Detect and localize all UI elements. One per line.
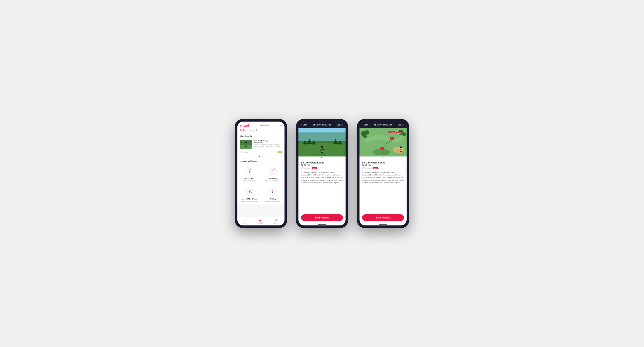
clock-icon-2: 🕐 [301,167,303,169]
skill-desc-ott: Power accuracy [244,180,255,182]
svg-point-55 [318,154,326,156]
phone-3-screen: < Back 6ft Conversion Zone Cancel [360,122,406,225]
svg-point-40 [274,191,274,191]
skill-desc-putting: Make and lag practice [265,201,280,202]
featured-drill-card[interactable]: Find The Fairway Off The Tee ☆ Create an… [238,138,284,155]
svg-point-62 [402,133,406,136]
svg-point-60 [363,135,367,138]
svg-point-29 [250,190,251,191]
tab-favourites[interactable]: Favourites [249,129,259,133]
image-dots [298,156,346,159]
activities-icon: ♣ [259,218,261,222]
home-icon: ⌂ [244,218,246,222]
favourite-icon[interactable]: ☆ [280,140,282,144]
img-dot-2 [322,157,323,158]
back-button[interactable]: < Back [301,124,307,126]
svg-point-22 [274,168,275,169]
skill-card-approach[interactable]: Approach Dial-in to hit the green [261,163,285,184]
nav-activities-label: Activities [257,222,263,224]
phone-2: < Back 6ft Conversion Zone Cancel [296,119,348,228]
drill-description-2: 20 shots are randomly generated at dista… [301,171,343,184]
nav-home-label: Home [243,222,247,224]
nav-capture-label: Capture [274,222,279,224]
drill-range: 10-50 yds [301,164,324,166]
phone-1-screen: clippd Practice ≡ Drills Favourites Most… [238,122,284,225]
img-dot-3-2 [384,157,384,158]
off-the-tee-icon [244,165,255,176]
svg-point-2 [245,142,246,143]
clock-icon: 🕐 [240,151,242,153]
cancel-button[interactable]: Cancel [337,124,343,126]
svg-point-59 [365,130,369,135]
tab-drills[interactable]: Drills [240,129,246,133]
skill-name-ott: Off The Tee [244,177,254,179]
detail-title: 6ft Conversion Zone [313,124,331,126]
svg-text:Miss: Miss [390,138,393,140]
app-logo: clippd [240,124,249,127]
svg-point-68 [400,146,402,148]
back-button-3[interactable]: < Back [362,124,368,126]
cancel-button-3[interactable]: Cancel [398,124,404,126]
detail-title-3: 6ft Conversion Zone [374,124,392,126]
svg-text:SAND: SAND [397,150,400,151]
phone-1-header: clippd Practice ≡ Drills Favourites [238,122,284,133]
nav-activities[interactable]: ♣ Activities [257,218,263,224]
svg-text:ROUGH: ROUGH [397,133,401,134]
nav-title: Practice [260,124,269,127]
svg-point-23 [270,173,271,174]
explore-label: Explore skill areas [238,158,284,163]
shots-count-3: 🕐 20 shots [362,167,372,169]
drill-main-title-3: 6ft Conversion Zone [362,161,385,164]
phone-1: clippd Practice ≡ Drills Favourites Most… [235,119,287,228]
nav-capture[interactable]: ⊕ Capture [274,218,279,224]
favourite-star-icon-3[interactable]: ☆ [402,161,404,164]
drill-description: Create an imaginary fairway using trees … [254,144,282,148]
detail-header-3: < Back 6ft Conversion Zone Cancel [360,122,406,128]
shots-info: 🕐 10 shots [240,151,248,153]
clock-icon-3: 🕐 [362,167,364,169]
drill-map: Hit Miss SAND FAIRWAY ROUGH [360,128,406,156]
img-dot-1 [321,157,322,158]
tab-bar: Drills Favourites [240,129,282,133]
drill-main-title: 6ft Conversion Zone [301,161,324,164]
nav-home[interactable]: ⌂ Home [243,218,247,224]
svg-point-38 [272,190,273,191]
svg-point-30 [248,190,248,191]
drill-range-3: 10-50 yds [362,164,385,166]
skill-card-off-the-tee[interactable]: Off The Tee Power accuracy [238,163,261,184]
shots-count: 🕐 20 shots [301,167,310,169]
dot-3 [262,156,263,157]
ott-badge: OTT [278,151,282,153]
skill-desc-approach: Dial-in to hit the green [265,180,280,182]
home-indicator-3 [379,224,388,225]
menu-icon[interactable]: ≡ [280,124,282,127]
svg-point-49 [321,146,323,148]
svg-text:Hit: Hit [382,148,383,150]
svg-point-39 [272,191,272,191]
favourite-star-icon[interactable]: ☆ [341,161,343,164]
img-dot-3-1 [382,157,383,158]
detail-header-2: < Back 6ft Conversion Zone Cancel [298,122,346,128]
drill-shots-row-3: 🕐 20 shots ARG [362,167,404,169]
dot-2 [260,156,262,157]
drill-photo [298,128,346,156]
home-indicator [318,224,326,225]
drill-shots-row: 🕐 20 shots ARG [301,167,343,169]
svg-line-28 [248,190,249,192]
drill-description-3: 20 shots are randomly generated at dista… [362,171,404,184]
phone-3: < Back 6ft Conversion Zone Cancel [357,119,409,228]
skill-name-atg: Around The Green [242,198,257,200]
carousel-dots [238,155,284,158]
svg-point-24 [245,188,253,196]
skill-card-atg[interactable]: Around The Green Hone your short game [238,184,261,204]
detail-content-2: 6ft Conversion Zone 10-50 yds ☆ 🕐 20 sho… [298,159,346,213]
start-practice-button[interactable]: Start Practice [301,214,343,221]
arg-badge-3: ARG [373,167,378,169]
svg-point-15 [249,173,250,173]
arg-badge: ARG [312,167,318,169]
skill-card-putting[interactable]: Putting Make and lag practice [261,184,285,204]
drill-meta: 🕐 10 shots OTT [240,150,282,153]
start-practice-button-3[interactable]: Start Practice [362,214,404,221]
image-dots-3 [360,156,406,159]
svg-line-21 [270,171,273,173]
